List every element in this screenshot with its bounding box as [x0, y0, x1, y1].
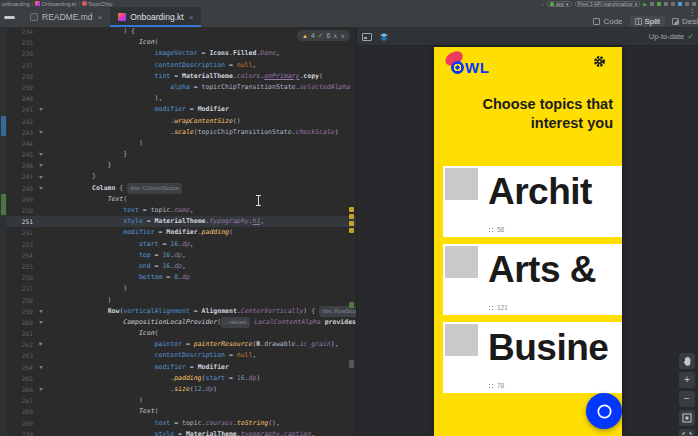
line-number[interactable]: 258 [7, 295, 36, 306]
line-number[interactable]: 257 [7, 283, 36, 294]
mode-code-button[interactable]: Code [588, 16, 627, 27]
line-number[interactable]: 235 [7, 37, 36, 48]
fold-region[interactable] [36, 171, 45, 182]
stripe-info-mark[interactable] [349, 302, 354, 308]
line-number[interactable]: 246 [7, 160, 36, 171]
stripe-warning-mark[interactable] [349, 221, 354, 226]
line-number[interactable]: 250 [7, 205, 36, 216]
code-line[interactable]: 261 Icon( [7, 328, 356, 339]
breadcrumb[interactable]: onboarding/ Onboarding.kt/ TopicChip [0, 1, 112, 7]
code-line[interactable]: 243 .scale(topicChipTransitionState.chec… [7, 127, 356, 138]
zoom-out-icon[interactable]: − [679, 391, 695, 407]
inspections-widget[interactable]: ▲4 ✓6 ∧ ∨ [297, 30, 350, 41]
fold-region[interactable] [36, 104, 45, 115]
fold-region[interactable] [36, 127, 45, 138]
code-line[interactable]: 264 modifier = Modifier [7, 362, 356, 373]
fold-region[interactable]: + [36, 339, 45, 350]
code-line[interactable]: 254 top = 16.dp, [7, 250, 356, 261]
project-pane-stripe-icon[interactable] [4, 16, 15, 19]
mode-design-button[interactable]: Design [667, 16, 698, 27]
line-number[interactable]: 262 [7, 339, 36, 350]
back-icon[interactable]: ‹ [542, 1, 544, 7]
code-line[interactable]: 249 Text( [7, 194, 356, 205]
line-number[interactable]: 243 [7, 127, 36, 138]
code-line[interactable]: 253 start = 16.dp, [7, 239, 356, 250]
code-line[interactable]: 251 style = MaterialTheme.typography.h1, [7, 216, 356, 227]
line-number[interactable]: 253 [7, 239, 36, 250]
tab-readme-md[interactable]: README.md× [22, 7, 110, 27]
mode-split-button[interactable]: Split [630, 16, 666, 27]
settings-gear-icon[interactable] [692, 2, 696, 6]
line-number[interactable]: 260 [7, 317, 36, 328]
code-line[interactable]: 252 modifier = Modifier.padding( [7, 227, 356, 238]
breadcrumb-item[interactable]: Onboarding.kt [35, 1, 76, 7]
code-line[interactable]: 242 .wrapContentSize() [7, 116, 356, 127]
line-number[interactable]: 263 [7, 350, 36, 361]
line-number[interactable]: 249 [7, 194, 36, 205]
code-line[interactable]: 258 ) [7, 295, 356, 306]
code-line[interactable]: 240 ), [7, 93, 356, 104]
debug-icon[interactable] [657, 2, 661, 6]
stripe-warning-mark[interactable] [349, 207, 354, 212]
code-line[interactable]: 244 ) [7, 138, 356, 149]
apply-changes-icon[interactable] [650, 2, 654, 6]
line-number[interactable]: 242 [7, 116, 36, 127]
code-line[interactable]: 247 } [7, 171, 356, 182]
module-selector[interactable]: app ▾ [547, 1, 572, 7]
code-line[interactable]: 260 CompositionLocalProvider(...values: … [7, 317, 356, 328]
preview-view-options-icon[interactable] [362, 33, 372, 41]
next-problem-icon[interactable]: ∨ [340, 32, 344, 39]
code-line[interactable]: 237 contentDescription = null, [7, 60, 356, 71]
continue-fab[interactable] [586, 393, 622, 429]
fold-region[interactable] [36, 160, 45, 171]
line-number[interactable]: 254 [7, 250, 36, 261]
code-line[interactable]: 269 text = topic.courses.toString(), [7, 418, 356, 429]
line-number[interactable]: 241 [7, 104, 36, 115]
line-number[interactable]: 245 [7, 149, 36, 160]
fold-region[interactable] [36, 149, 45, 160]
code-line[interactable]: 270 style = MaterialTheme.typography.cap… [7, 429, 356, 436]
code-line[interactable]: 262+ painter = painterResource(R.drawabl… [7, 339, 356, 350]
zoom-to-fit-icon[interactable] [679, 429, 695, 436]
line-number[interactable]: 264 [7, 362, 36, 373]
breadcrumb-item[interactable]: TopicChip [82, 1, 113, 7]
line-number[interactable]: 251 [7, 216, 36, 227]
zoom-in-icon[interactable]: + [679, 372, 695, 388]
code-line[interactable]: 259 Row(verticalAlignment = Alignment.Ce… [7, 306, 356, 317]
code-line[interactable]: 256 bottom = 8.dp [7, 272, 356, 283]
stripe-warning-mark[interactable] [349, 228, 354, 233]
stop-icon[interactable] [671, 2, 675, 6]
line-number[interactable]: 252 [7, 227, 36, 238]
tab-onboarding-kt[interactable]: Onboarding.kt× [110, 7, 201, 27]
topic-card[interactable]: Archit58 [443, 166, 622, 237]
line-number[interactable]: 269 [7, 418, 36, 429]
code-line[interactable]: 265 .padding(start = 16.dp) [7, 373, 356, 384]
topic-card[interactable]: Arts &121 [443, 244, 622, 315]
code-line[interactable]: 239 alpha = topicChipTransitionState.sel… [7, 82, 356, 93]
topic-card[interactable]: Busine78 [443, 322, 622, 393]
close-icon[interactable]: × [98, 13, 103, 22]
line-number[interactable]: 247 [7, 171, 36, 182]
breadcrumb-item[interactable]: onboarding [2, 1, 30, 7]
code-line[interactable]: 257 ) [7, 283, 356, 294]
code-line[interactable]: 250 text = topic.name, [7, 205, 356, 216]
line-number[interactable]: 268 [7, 406, 36, 417]
code-line[interactable]: 238 tint = MaterialTheme.colors.onPrimar… [7, 71, 356, 82]
code-line[interactable]: 245 } [7, 149, 356, 160]
profiler-icon[interactable] [664, 2, 668, 6]
line-number[interactable]: 236 [7, 48, 36, 59]
line-number[interactable]: 259 [7, 306, 36, 317]
line-number[interactable]: 238 [7, 71, 36, 82]
line-number[interactable]: 240 [7, 93, 36, 104]
prev-problem-icon[interactable]: ∧ [333, 32, 337, 39]
pan-hand-icon[interactable] [679, 353, 695, 369]
line-number[interactable]: 267 [7, 395, 36, 406]
more-options-icon[interactable]: ⋮ [688, 8, 696, 17]
device-selector[interactable]: Pixel 3 API marshmallow ▾ [575, 1, 641, 7]
code-line[interactable]: 236 imageVector = Icons.Filled.Done, [7, 48, 356, 59]
close-icon[interactable]: × [189, 13, 194, 22]
code-line[interactable]: 263 contentDescription = null, [7, 350, 356, 361]
code-editor[interactable]: 234 ) {235 Icon(236 imageVector = Icons.… [0, 28, 356, 436]
stripe-warning-mark[interactable] [349, 214, 354, 219]
line-number[interactable]: 265 [7, 373, 36, 384]
